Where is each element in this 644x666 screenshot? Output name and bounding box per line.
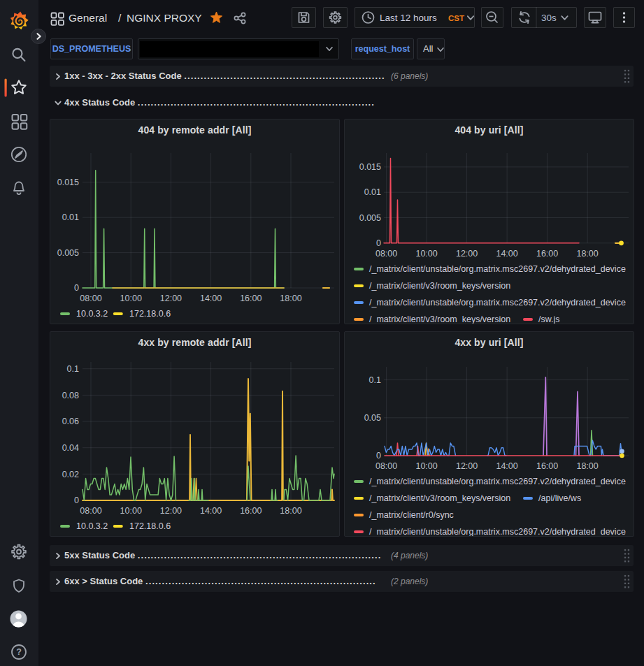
svg-text:14:00: 14:00 (200, 506, 222, 516)
svg-text:08:00: 08:00 (80, 506, 101, 516)
svg-text:10:00: 10:00 (415, 249, 437, 259)
svg-text:14:00: 14:00 (496, 249, 517, 259)
svg-text:NGINX PROXY: NGINX PROXY (127, 12, 202, 24)
svg-text:30s: 30s (541, 13, 557, 23)
svg-text:/_matrix/client/unstable/org.m: /_matrix/client/unstable/org.matrix.msc2… (369, 477, 626, 486)
svg-text:/api/live/ws: /api/live/ws (538, 493, 581, 503)
svg-text:10:00: 10:00 (415, 461, 437, 471)
svg-text:172.18.0.6: 172.18.0.6 (129, 521, 171, 531)
svg-text:10:00: 10:00 (120, 294, 142, 303)
svg-text:0: 0 (376, 451, 381, 461)
svg-text:/_matrix/client/r0/sync: /_matrix/client/r0/sync (369, 510, 454, 520)
svg-text:12:00: 12:00 (160, 294, 182, 303)
svg-text:0: 0 (74, 495, 79, 505)
svg-text:0.08: 0.08 (62, 391, 79, 400)
svg-text:14:00: 14:00 (496, 461, 517, 471)
svg-text:12:00: 12:00 (160, 506, 182, 516)
svg-text:172.18.0.6: 172.18.0.6 (129, 309, 171, 319)
svg-text:18:00: 18:00 (280, 506, 301, 516)
svg-text:0.05: 0.05 (364, 413, 381, 423)
svg-text:0.06: 0.06 (62, 417, 79, 426)
svg-text:0: 0 (376, 238, 381, 248)
svg-text:16:00: 16:00 (536, 461, 558, 471)
svg-text:/: / (118, 12, 122, 24)
svg-text:08:00: 08:00 (375, 249, 397, 259)
svg-text:?: ? (16, 647, 22, 657)
svg-text:0.005: 0.005 (359, 213, 381, 223)
svg-text:0.1: 0.1 (369, 375, 381, 385)
svg-text:CST: CST (448, 14, 464, 22)
svg-text:0.015: 0.015 (57, 178, 79, 187)
svg-text:0.005: 0.005 (57, 248, 79, 258)
svg-text:/_matrix/client/v3/room_keys/v: /_matrix/client/v3/room_keys/version (369, 493, 510, 503)
svg-text:/_matrix/client/unstable/org.m: /_matrix/client/unstable/org.matrix.msc2… (369, 264, 626, 274)
svg-text:0.01: 0.01 (62, 212, 79, 222)
svg-text:/_matrix/client/v3/room_keys/v: /_matrix/client/v3/room_keys/version (369, 314, 510, 324)
svg-text:16:00: 16:00 (240, 294, 262, 303)
svg-text:14:00: 14:00 (200, 294, 222, 303)
svg-text:16:00: 16:00 (240, 506, 262, 516)
svg-text:0.01: 0.01 (364, 187, 381, 197)
svg-text:0.1: 0.1 (67, 364, 79, 374)
svg-text:0.015: 0.015 (359, 162, 381, 172)
svg-text:12:00: 12:00 (456, 461, 478, 471)
svg-text:/sw.js: /sw.js (538, 314, 560, 324)
svg-text:Last 12 hours: Last 12 hours (380, 13, 437, 23)
svg-text:18:00: 18:00 (576, 249, 598, 259)
svg-text:18:00: 18:00 (280, 294, 301, 303)
svg-text:10:00: 10:00 (120, 506, 142, 516)
svg-text:0: 0 (74, 283, 79, 293)
svg-text:/_matrix/client/unstable/org.m: /_matrix/client/unstable/org.matrix.msc2… (369, 527, 626, 537)
svg-text:0.04: 0.04 (62, 443, 79, 453)
svg-text:08:00: 08:00 (80, 294, 101, 303)
svg-text:General: General (69, 12, 107, 24)
svg-text:/_matrix/client/v3/room_keys/v: /_matrix/client/v3/room_keys/version (369, 281, 510, 291)
svg-text:/_matrix/client/unstable/org.m: /_matrix/client/unstable/org.matrix.msc2… (369, 298, 626, 307)
svg-text:0.02: 0.02 (62, 470, 79, 479)
svg-text:08:00: 08:00 (375, 461, 397, 471)
svg-text:10.0.3.2: 10.0.3.2 (76, 521, 108, 531)
svg-text:10.0.3.2: 10.0.3.2 (76, 309, 108, 319)
svg-text:18:00: 18:00 (576, 461, 598, 471)
svg-text:12:00: 12:00 (456, 249, 478, 259)
svg-text:16:00: 16:00 (536, 249, 558, 259)
